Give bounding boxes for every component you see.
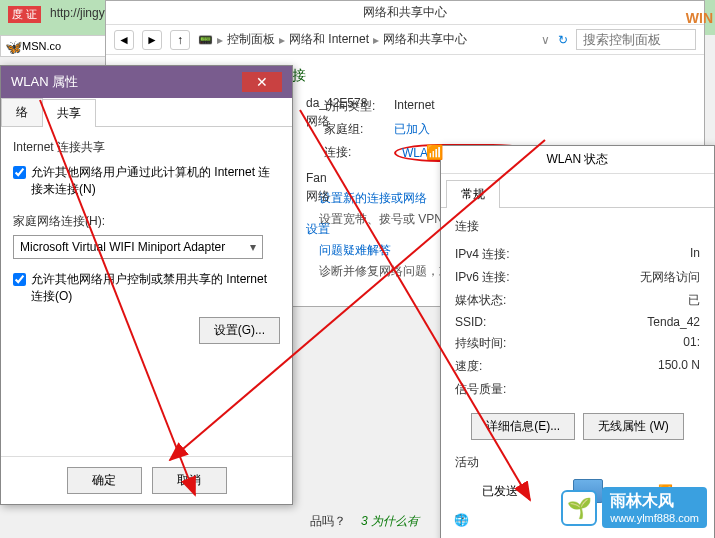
bc-item-network[interactable]: 网络和 Internet <box>289 31 369 48</box>
dropdown-arrow-icon[interactable]: ∨ <box>541 33 550 47</box>
status-title: WLAN 状态 <box>441 146 714 174</box>
duration-value: 01: <box>683 335 700 352</box>
q1: 品吗？ <box>310 513 346 530</box>
settings-label: 设置 <box>306 221 330 238</box>
settings-button[interactable]: 设置(G)... <box>199 317 280 344</box>
partial-net2: 网络 <box>306 188 330 205</box>
partial-net1: 网络 <box>306 113 330 130</box>
partial-fan: Fan <box>306 171 327 185</box>
combo-arrow-icon: ▾ <box>250 240 256 254</box>
bottom-text: 品吗？ 3 为什么有 🌐 <box>310 513 469 530</box>
win-partial: WIN <box>686 10 713 26</box>
back-button[interactable]: ◄ <box>114 30 134 50</box>
media-label: 媒体状态: <box>455 292 506 309</box>
watermark-url: www.ylmf888.com <box>610 512 699 524</box>
tab-label: MSN.co <box>22 40 61 52</box>
home-connection-label: 家庭网络连接(H): <box>13 213 280 230</box>
duration-label: 持续时间: <box>455 335 506 352</box>
ssid-value: Tenda_42 <box>647 315 700 329</box>
allow-control-label: 允许其他网络用户控制或禁用共享的 Internet 连接(O) <box>31 271 280 305</box>
dialog-titlebar[interactable]: WLAN 属性 ✕ <box>1 66 292 98</box>
bc-icon: 📟 <box>198 33 213 47</box>
allow-control-checkbox[interactable] <box>13 273 26 286</box>
signal-label: 信号质量: <box>455 381 506 398</box>
homegroup-link[interactable]: 已加入 <box>394 121 430 138</box>
wireless-props-button[interactable]: 无线属性 (W) <box>583 413 684 440</box>
wlan-status-dialog: 📶 WLAN 状态 常规 连接 IPv4 连接:In IPv6 连接:无网络访问… <box>440 145 715 538</box>
bc-item-control[interactable]: 控制面板 <box>227 31 275 48</box>
tab-general[interactable]: 常规 <box>446 180 500 208</box>
window-title: 网络和共享中心 <box>106 1 704 25</box>
ics-group-label: Internet 连接共享 <box>13 139 280 156</box>
url-text: http://jingya <box>50 6 111 20</box>
details-button[interactable]: 详细信息(E)... <box>471 413 575 440</box>
connection-section: 连接 <box>455 218 700 235</box>
watermark-name: 雨林木风 <box>610 491 699 512</box>
ipv4-label: IPv4 连接: <box>455 246 510 263</box>
adapter-combobox[interactable]: Microsoft Virtual WIFI Miniport Adapter … <box>13 235 263 259</box>
homegroup-label: 家庭组: <box>324 121 394 138</box>
breadcrumb[interactable]: 📟 ▸ 控制面板 ▸ 网络和 Internet ▸ 网络和共享中心 <box>198 31 533 48</box>
browser-tab-msn[interactable]: 🦋 MSN.co <box>0 35 110 57</box>
speed-label: 速度: <box>455 358 482 375</box>
q2: 3 为什么有 <box>361 513 419 530</box>
tab-network[interactable]: 络 <box>1 98 43 126</box>
msn-icon: 🦋 <box>5 39 19 53</box>
bc-item-sharing[interactable]: 网络和共享中心 <box>383 31 467 48</box>
ok-button[interactable]: 确定 <box>67 467 142 494</box>
cancel-button[interactable]: 取消 <box>152 467 227 494</box>
allow-share-checkbox[interactable] <box>13 166 26 179</box>
globe-icon[interactable]: 🌐 <box>454 513 469 530</box>
sent-label: 已发送 <box>482 483 518 500</box>
wlan-properties-dialog: WLAN 属性 ✕ 络 共享 Internet 连接共享 允许其他网络用户通过此… <box>0 65 293 505</box>
watermark-text: 雨林木风 www.ylmf888.com <box>602 487 707 528</box>
activity-label: 活动 <box>455 454 700 471</box>
close-button[interactable]: ✕ <box>242 72 282 92</box>
watermark-icon: 🌱 <box>561 490 597 526</box>
ipv6-label: IPv6 连接: <box>455 269 510 286</box>
connection-label: 连接: <box>324 144 394 162</box>
dialog-footer: 确定 取消 <box>1 456 292 504</box>
toolbar: ◄ ► ↑ 📟 ▸ 控制面板 ▸ 网络和 Internet ▸ 网络和共享中心 … <box>106 25 704 55</box>
tabs: 络 共享 <box>1 98 292 127</box>
ssid-label: SSID: <box>455 315 486 329</box>
partial-ssid: da_42E578 <box>306 96 367 110</box>
watermark: 🌱 雨林木风 www.ylmf888.com <box>561 487 707 528</box>
search-input[interactable] <box>576 29 696 50</box>
up-button[interactable]: ↑ <box>170 30 190 50</box>
adapter-value: Microsoft Virtual WIFI Miniport Adapter <box>20 240 225 254</box>
badge: 度 证 <box>8 6 41 23</box>
media-value: 已 <box>688 292 700 309</box>
signal-icon: 📶 <box>426 144 443 160</box>
forward-button[interactable]: ► <box>142 30 162 50</box>
access-type-value: Internet <box>394 98 435 115</box>
ipv4-value: In <box>690 246 700 263</box>
tab-sharing[interactable]: 共享 <box>42 99 96 127</box>
ipv6-value: 无网络访问 <box>640 269 700 286</box>
allow-share-label: 允许其他网络用户通过此计算机的 Internet 连接来连接(N) <box>31 164 280 198</box>
speed-value: 150.0 N <box>658 358 700 375</box>
dialog-body: Internet 连接共享 允许其他网络用户通过此计算机的 Internet 连… <box>1 127 292 356</box>
refresh-button[interactable]: ↻ <box>558 33 568 47</box>
dialog-title: WLAN 属性 <box>11 73 78 91</box>
